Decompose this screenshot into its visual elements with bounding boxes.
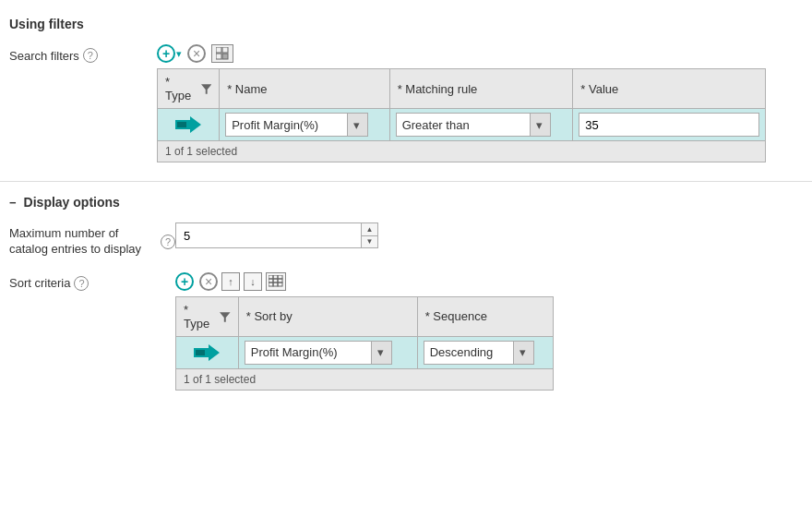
sort-down-button[interactable]: ↓ — [244, 272, 262, 291]
sort-col-sequence: * Sequence — [417, 296, 553, 336]
display-options-title: − Display options — [9, 195, 803, 210]
svg-rect-10 — [269, 279, 273, 283]
matching-rule-dropdown-arrow[interactable]: ▾ — [530, 114, 550, 136]
matching-rule-cell: Greater than ▾ — [389, 109, 573, 141]
sequence-chevron-icon: ▾ — [514, 345, 533, 359]
freeze-icon — [216, 47, 229, 60]
sort-by-value: Profit Margin(%) — [245, 345, 371, 359]
svg-rect-1 — [222, 47, 228, 53]
max-catalog-content: ▲ ▼ — [175, 222, 803, 248]
value-input[interactable] — [579, 113, 759, 137]
freeze-button[interactable] — [211, 44, 233, 63]
sort-type-filter-icon — [194, 343, 220, 363]
search-filters-table-head: * Type * Name * Matching rule * Value — [158, 69, 766, 109]
col-type: * Type — [158, 69, 220, 109]
sort-up-button[interactable]: ↑ — [221, 272, 240, 291]
matching-rule-chevron-icon: ▾ — [531, 118, 550, 132]
add-sort-group: + — [175, 272, 194, 291]
search-filters-content: + ▾ × — [157, 44, 803, 162]
svg-marker-4 — [201, 84, 211, 93]
sort-type-icon-container — [182, 343, 233, 363]
sequence-dropdown[interactable]: Descending ▾ — [424, 341, 534, 365]
max-catalog-label: Maximum number of catalog entries to dis… — [9, 226, 157, 258]
remove-filter-button[interactable]: × — [187, 44, 206, 63]
type-cell — [158, 109, 220, 141]
search-filters-row: Search filters ? + ▾ × — [9, 44, 803, 162]
add-filter-group: + ▾ — [157, 44, 182, 63]
sort-table-icon — [269, 275, 283, 288]
sort-type-cell — [176, 336, 239, 368]
sort-criteria-header-row: * Type * Sort by * Sequence — [176, 296, 554, 336]
name-dropdown[interactable]: Profit Margin(%) ▾ — [225, 113, 368, 137]
filter-col-icon — [201, 82, 211, 95]
sort-filter-col-icon — [220, 310, 231, 323]
svg-rect-7 — [269, 275, 273, 279]
search-filters-table: * Type * Name * Matching rule * Value — [157, 68, 766, 141]
sort-criteria-toolbar: + × ↑ ↓ — [175, 272, 803, 291]
name-chevron-icon: ▾ — [348, 118, 367, 132]
name-dropdown-arrow[interactable]: ▾ — [347, 114, 367, 136]
svg-rect-0 — [216, 47, 221, 53]
max-catalog-help-icon[interactable]: ? — [161, 234, 175, 249]
sort-criteria-table-body: Profit Margin(%) ▾ Descending ▾ — [176, 336, 554, 368]
sort-criteria-status: 1 of 1 selected — [175, 369, 554, 391]
display-options-text: Display options — [24, 195, 120, 210]
sort-criteria-content: + × ↑ ↓ — [175, 272, 803, 391]
svg-rect-11 — [273, 279, 278, 283]
search-filter-row[interactable]: Profit Margin(%) ▾ Greater than ▾ — [158, 109, 766, 141]
add-filter-button[interactable]: + — [157, 44, 175, 63]
add-filter-chevron[interactable]: ▾ — [176, 48, 182, 60]
sort-criteria-row-item[interactable]: Profit Margin(%) ▾ Descending ▾ — [176, 336, 554, 368]
svg-rect-15 — [278, 283, 282, 286]
type-icon-container — [163, 114, 213, 135]
sort-by-cell: Profit Margin(%) ▾ — [238, 336, 417, 368]
sort-table-icon-button[interactable] — [266, 272, 286, 291]
search-filters-text: Search filters — [9, 49, 79, 63]
spinner-buttons: ▲ ▼ — [361, 223, 377, 247]
svg-rect-9 — [278, 275, 282, 279]
sort-col-type: * Type — [176, 296, 239, 336]
sort-by-dropdown[interactable]: Profit Margin(%) ▾ — [245, 341, 392, 365]
spinner-up-icon: ▲ — [366, 225, 374, 234]
sort-col-sortby: * Sort by — [238, 296, 417, 336]
svg-marker-16 — [220, 312, 231, 322]
svg-rect-12 — [278, 279, 282, 283]
collapse-icon[interactable]: − — [9, 196, 17, 210]
max-catalog-input[interactable] — [176, 229, 361, 243]
spinner-down-button[interactable]: ▼ — [362, 236, 377, 248]
svg-rect-13 — [269, 283, 273, 286]
svg-rect-18 — [196, 350, 205, 355]
spinner-up-button[interactable]: ▲ — [362, 223, 377, 236]
col-value: * Value — [573, 69, 766, 109]
sort-criteria-table-head: * Type * Sort by * Sequence — [176, 296, 554, 336]
max-catalog-input-wrapper: ▲ ▼ — [175, 222, 378, 248]
sort-criteria-help-icon[interactable]: ? — [74, 276, 89, 291]
max-catalog-row: Maximum number of catalog entries to dis… — [9, 222, 803, 258]
using-filters-title: Using filters — [9, 17, 803, 31]
search-filters-header-row: * Type * Name * Matching rule * Value — [158, 69, 766, 109]
display-options-section: − Display options Maximum number of cata… — [0, 182, 812, 415]
matching-rule-dropdown[interactable]: Greater than ▾ — [396, 113, 551, 137]
search-filters-status: 1 of 1 selected — [157, 141, 766, 162]
search-filters-label: Search filters ? — [9, 44, 157, 63]
search-filters-toolbar: + ▾ × — [157, 44, 803, 63]
col-matching-rule: * Matching rule — [389, 69, 573, 109]
matching-rule-value: Greater than — [397, 118, 530, 132]
sort-criteria-table: * Type * Sort by * Sequence — [175, 296, 554, 369]
sort-by-chevron-icon: ▾ — [372, 345, 391, 359]
name-cell: Profit Margin(%) ▾ — [220, 109, 389, 141]
remove-sort-button[interactable]: × — [199, 272, 218, 291]
svg-rect-14 — [273, 283, 278, 286]
type-filter-icon — [175, 114, 201, 135]
search-filters-table-body: Profit Margin(%) ▾ Greater than ▾ — [158, 109, 766, 141]
search-filters-help-icon[interactable]: ? — [83, 48, 98, 63]
sort-criteria-row: Sort criteria ? + × ↑ ↓ — [9, 272, 803, 391]
add-sort-button[interactable]: + — [175, 272, 194, 291]
sequence-cell: Descending ▾ — [417, 336, 553, 368]
value-cell — [573, 109, 766, 141]
sequence-dropdown-arrow[interactable]: ▾ — [513, 342, 533, 364]
sequence-value: Descending — [424, 345, 513, 359]
sort-by-dropdown-arrow[interactable]: ▾ — [371, 342, 391, 364]
svg-rect-3 — [222, 54, 228, 59]
svg-rect-8 — [273, 275, 278, 279]
